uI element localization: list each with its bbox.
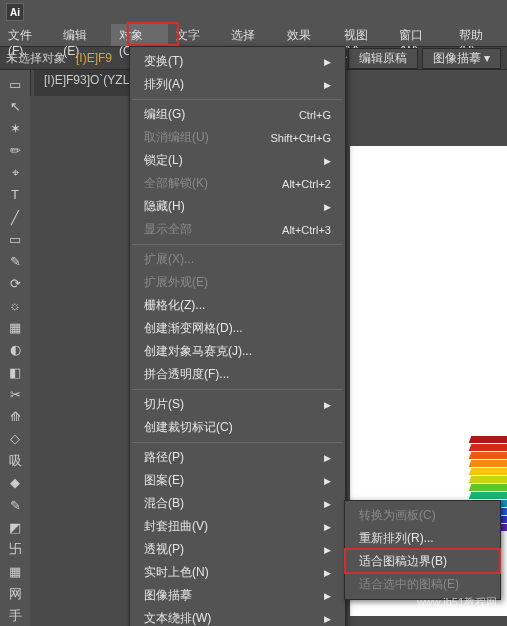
menu-item: 取消编组(U)Shift+Ctrl+G bbox=[130, 126, 345, 149]
tool-4[interactable]: ⌖ bbox=[3, 163, 27, 183]
menu-item[interactable]: 排列(A) bbox=[130, 73, 345, 96]
tool-2[interactable]: ✶ bbox=[3, 118, 27, 138]
tool-22[interactable]: ▦ bbox=[3, 561, 27, 581]
tool-10[interactable]: ☼ bbox=[3, 296, 27, 316]
menu-5[interactable]: 效果(C) bbox=[279, 24, 335, 46]
object-menu: 变换(T)排列(A)编组(G)Ctrl+G取消编组(U)Shift+Ctrl+G… bbox=[129, 46, 346, 626]
submenu-item[interactable]: 重新排列(R)... bbox=[345, 527, 500, 550]
tool-15[interactable]: ⟰ bbox=[3, 406, 27, 426]
submenu-item: 转换为画板(C) bbox=[345, 504, 500, 527]
menu-item[interactable]: 编组(G)Ctrl+G bbox=[130, 103, 345, 126]
tool-13[interactable]: ◧ bbox=[3, 362, 27, 382]
menu-item[interactable]: 文本绕排(W) bbox=[130, 607, 345, 626]
menu-2[interactable]: 对象(O) bbox=[111, 24, 168, 46]
menu-item[interactable]: 图案(E) bbox=[130, 469, 345, 492]
menu-item[interactable]: 锁定(L) bbox=[130, 149, 345, 172]
tool-7[interactable]: ▭ bbox=[3, 229, 27, 249]
tool-0[interactable]: ▭ bbox=[3, 74, 27, 94]
tool-20[interactable]: ◩ bbox=[3, 517, 27, 537]
menu-item[interactable]: 混合(B) bbox=[130, 492, 345, 515]
menu-item[interactable]: 切片(S) bbox=[130, 393, 345, 416]
menu-3[interactable]: 文字(T) bbox=[168, 24, 223, 46]
image-trace-dropdown[interactable]: 图像描摹 bbox=[422, 48, 501, 69]
menu-item[interactable]: 透视(P) bbox=[130, 538, 345, 561]
tool-18[interactable]: ◆ bbox=[3, 473, 27, 493]
tool-6[interactable]: ╱ bbox=[3, 207, 27, 227]
edit-original-button[interactable]: 编辑原稿 bbox=[348, 48, 418, 69]
tool-9[interactable]: ⟳ bbox=[3, 273, 27, 293]
menu-item[interactable]: 路径(P) bbox=[130, 446, 345, 469]
submenu-item: 适合选中的图稿(E) bbox=[345, 573, 500, 596]
menu-item[interactable]: 拼合透明度(F)... bbox=[130, 363, 345, 386]
app-logo: Ai bbox=[6, 3, 24, 21]
menu-1[interactable]: 编辑(E) bbox=[55, 24, 111, 46]
menu-7[interactable]: 窗口(W) bbox=[391, 24, 450, 46]
tool-3[interactable]: ✏ bbox=[3, 140, 27, 160]
tool-21[interactable]: 卐 bbox=[3, 539, 27, 559]
tools-panel: ▭↖✶✏⌖T╱▭✎⟳☼▦◐◧✂⟰◇吸◆✎◩卐▦网手 bbox=[0, 70, 31, 626]
menu-8[interactable]: 帮助(H) bbox=[451, 24, 507, 46]
artboard-submenu: 转换为画板(C)重新排列(R)...适合图稿边界(B)适合选中的图稿(E) bbox=[344, 500, 501, 600]
selection-status: 未选择对象 bbox=[6, 50, 66, 67]
menu-item[interactable]: 隐藏(H) bbox=[130, 195, 345, 218]
menu-item[interactable]: 实时上色(N) bbox=[130, 561, 345, 584]
menu-item[interactable]: 创建裁切标记(C) bbox=[130, 416, 345, 439]
tool-8[interactable]: ✎ bbox=[3, 251, 27, 271]
submenu-item[interactable]: 适合图稿边界(B) bbox=[345, 550, 500, 573]
menu-6[interactable]: 视图(V) bbox=[336, 24, 392, 46]
tool-12[interactable]: ◐ bbox=[3, 340, 27, 360]
tool-23[interactable]: 网 bbox=[3, 584, 27, 604]
tool-24[interactable]: 手 bbox=[3, 606, 27, 626]
tool-11[interactable]: ▦ bbox=[3, 318, 27, 338]
watermark: www.jb51教程网 bbox=[417, 595, 497, 610]
menu-0[interactable]: 文件(F) bbox=[0, 24, 55, 46]
menubar: 文件(F)编辑(E)对象(O)文字(T)选择(S)效果(C)视图(V)窗口(W)… bbox=[0, 24, 507, 47]
tool-5[interactable]: T bbox=[3, 185, 27, 205]
menu-item[interactable]: 栅格化(Z)... bbox=[130, 294, 345, 317]
menu-item[interactable]: 封套扭曲(V) bbox=[130, 515, 345, 538]
menu-item: 扩展(X)... bbox=[130, 248, 345, 271]
menu-item: 扩展外观(E) bbox=[130, 271, 345, 294]
menu-item[interactable]: 图像描摹 bbox=[130, 584, 345, 607]
tool-1[interactable]: ↖ bbox=[3, 96, 27, 116]
menu-item[interactable]: 变换(T) bbox=[130, 50, 345, 73]
doc-hint: [I)E]F9 bbox=[76, 51, 112, 65]
menu-item: 显示全部Alt+Ctrl+3 bbox=[130, 218, 345, 241]
menu-item[interactable]: 创建对象马赛克(J)... bbox=[130, 340, 345, 363]
menu-4[interactable]: 选择(S) bbox=[223, 24, 279, 46]
menu-item: 全部解锁(K)Alt+Ctrl+2 bbox=[130, 172, 345, 195]
tool-14[interactable]: ✂ bbox=[3, 384, 27, 404]
tool-19[interactable]: ✎ bbox=[3, 495, 27, 515]
menu-item[interactable]: 创建渐变网格(D)... bbox=[130, 317, 345, 340]
tool-17[interactable]: 吸 bbox=[3, 451, 27, 471]
tool-16[interactable]: ◇ bbox=[3, 429, 27, 449]
